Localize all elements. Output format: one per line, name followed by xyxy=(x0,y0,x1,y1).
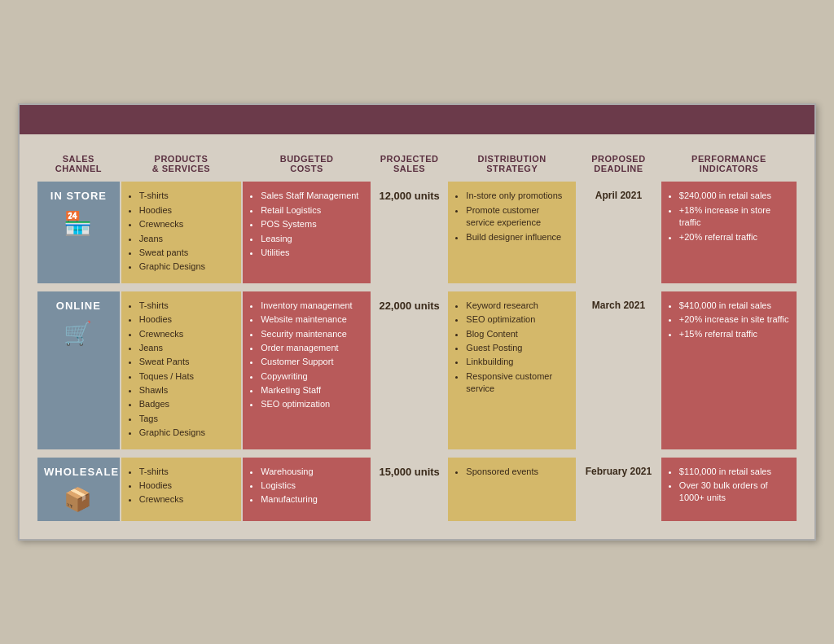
deadline-cell: February 2021 xyxy=(577,457,661,522)
product-item: Graphic Designs xyxy=(139,261,235,273)
product-item: Tags xyxy=(139,413,235,425)
channel-cell: IN STORE🏪 xyxy=(37,181,121,283)
channel-cell: ONLINE🛒 xyxy=(37,291,121,450)
cost-item: Customer Support xyxy=(261,356,364,368)
performance-item: $110,000 in retail sales xyxy=(679,466,790,478)
distribution-cell: Sponsored events xyxy=(447,457,577,522)
projected-sales-cell: 12,000 units xyxy=(371,181,447,283)
cost-item: Warehousing xyxy=(261,466,364,478)
performance-item: $240,000 in retail sales xyxy=(679,190,790,202)
product-item: Hoodies xyxy=(139,204,235,217)
distribution-item: Blog Content xyxy=(466,328,569,340)
cost-item: Inventory management xyxy=(261,300,364,312)
cost-item: Retail Logistics xyxy=(261,204,364,217)
performance-item: $410,000 in retail sales xyxy=(679,300,790,312)
distribution-item: Guest Posting xyxy=(466,342,569,354)
product-item: Hoodies xyxy=(139,313,235,326)
header-distribution: DISTRIBUTIONSTRATEGY xyxy=(447,147,577,181)
header-sales-channel: SALESCHANNEL xyxy=(37,147,121,181)
distribution-item: Sponsored events xyxy=(466,466,569,478)
row-divider xyxy=(37,450,797,457)
cost-item: SEO optimization xyxy=(261,398,364,410)
distribution-cell: In-store only promotionsPromote customer… xyxy=(447,181,577,283)
header-projected: PROJECTEDSALES xyxy=(371,147,447,181)
header-products: PRODUCTS& SERVICES xyxy=(121,147,242,181)
product-item: Badges xyxy=(139,398,235,410)
distribution-item: Keyword research xyxy=(466,300,569,312)
main-table: SALESCHANNEL PRODUCTS& SERVICES BUDGETED… xyxy=(36,147,798,522)
product-item: Sweat Pants xyxy=(139,356,235,368)
performance-cell: $240,000 in retail sales+18% increase in… xyxy=(661,181,797,283)
performance-item: +18% increase in store traffic xyxy=(679,204,790,230)
distribution-item: In-store only promotions xyxy=(466,190,569,202)
performance-cell: $410,000 in retail sales+20% increase in… xyxy=(661,291,797,450)
costs-cell: WarehousingLogisticsManufacturing xyxy=(242,457,371,522)
product-item: Graphic Designs xyxy=(139,427,235,439)
cost-item: Order management xyxy=(261,342,364,354)
product-item: Crewnecks xyxy=(139,218,235,230)
product-item: Shawls xyxy=(139,384,235,396)
page-title xyxy=(20,105,814,134)
cost-item: Manufacturing xyxy=(261,493,364,506)
cost-item: Marketing Staff xyxy=(261,384,364,396)
distribution-item: Responsive customer service xyxy=(466,370,569,396)
deadline-cell: March 2021 xyxy=(577,291,661,450)
cost-item: Security maintenance xyxy=(261,328,364,340)
row-divider xyxy=(37,284,797,291)
costs-cell: Inventory managementWebsite maintenanceS… xyxy=(242,291,371,450)
distribution-cell: Keyword researchSEO optimizationBlog Con… xyxy=(447,291,577,450)
product-item: Jeans xyxy=(139,342,235,354)
table-row: IN STORE🏪T-shirtsHoodiesCrewnecksJeansSw… xyxy=(37,181,797,283)
performance-cell: $110,000 in retail salesOver 30 bulk ord… xyxy=(661,457,797,522)
performance-item: +20% increase in site traffic xyxy=(679,313,790,326)
channel-icon: 🛒 xyxy=(44,320,113,347)
projected-sales-cell: 22,000 units xyxy=(371,291,447,450)
cost-item: Copywriting xyxy=(261,370,364,383)
cost-item: POS Systems xyxy=(261,218,364,230)
distribution-item: Linkbuilding xyxy=(466,356,569,368)
cost-item: Website maintenance xyxy=(261,313,364,326)
table-wrapper: SALESCHANNEL PRODUCTS& SERVICES BUDGETED… xyxy=(20,134,814,538)
products-cell: T-shirtsHoodiesCrewnecks xyxy=(121,457,242,522)
cost-item: Logistics xyxy=(261,480,364,492)
header-costs: BUDGETEDCOSTS xyxy=(242,147,371,181)
channel-cell: WHOLESALE📦 xyxy=(37,457,121,522)
product-item: Jeans xyxy=(139,233,235,245)
performance-item: +15% referral traffic xyxy=(679,328,790,340)
product-item: T-shirts xyxy=(139,466,235,478)
header-row: SALESCHANNEL PRODUCTS& SERVICES BUDGETED… xyxy=(37,147,797,181)
distribution-item: SEO optimization xyxy=(466,313,569,326)
cost-item: Sales Staff Management xyxy=(261,190,364,202)
distribution-item: Build designer influence xyxy=(466,231,569,243)
product-item: Crewnecks xyxy=(139,493,235,506)
product-item: T-shirts xyxy=(139,300,235,312)
channel-icon: 📦 xyxy=(44,486,113,513)
performance-item: +20% referral traffic xyxy=(679,231,790,243)
costs-cell: Sales Staff ManagementRetail LogisticsPO… xyxy=(242,181,371,283)
performance-item: Over 30 bulk orders of 1000+ units xyxy=(679,480,790,505)
deadline-cell: April 2021 xyxy=(577,181,661,283)
page-container: SALESCHANNEL PRODUCTS& SERVICES BUDGETED… xyxy=(18,103,816,540)
product-item: Hoodies xyxy=(139,480,235,492)
table-row: WHOLESALE📦T-shirtsHoodiesCrewnecksWareho… xyxy=(37,457,797,522)
products-cell: T-shirtsHoodiesCrewnecksJeansSweat Pants… xyxy=(121,291,242,450)
channel-name: ONLINE xyxy=(56,300,101,312)
products-cell: T-shirtsHoodiesCrewnecksJeansSweat pants… xyxy=(121,181,242,283)
product-item: T-shirts xyxy=(139,190,235,202)
product-item: Toques / Hats xyxy=(139,370,235,383)
channel-name: WHOLESALE xyxy=(44,466,119,478)
table-row: ONLINE🛒T-shirtsHoodiesCrewnecksJeansSwea… xyxy=(37,291,797,450)
cost-item: Leasing xyxy=(261,233,364,245)
product-item: Crewnecks xyxy=(139,328,235,340)
channel-name: IN STORE xyxy=(50,190,107,202)
cost-item: Utilities xyxy=(261,247,364,259)
distribution-item: Promote customer service experience xyxy=(466,204,569,230)
projected-sales-cell: 15,000 units xyxy=(371,457,447,522)
channel-icon: 🏪 xyxy=(44,210,113,237)
header-performance: PERFORMANCEINDICATORS xyxy=(661,147,797,181)
header-deadline: PROPOSEDDEADLINE xyxy=(577,147,661,181)
product-item: Sweat pants xyxy=(139,247,235,259)
